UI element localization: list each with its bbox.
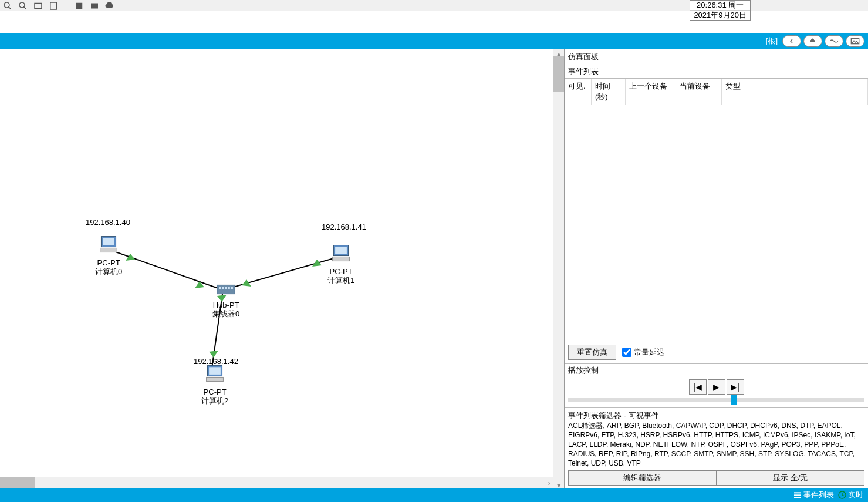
col-curr-device[interactable]: 当前设备 [676, 79, 722, 105]
svg-rect-35 [794, 497, 801, 498]
wave-button[interactable] [825, 35, 843, 47]
svg-line-3 [24, 7, 27, 10]
filter-title: 事件列表筛选器 - 可视事件 [568, 410, 864, 421]
image-button[interactable] [846, 35, 864, 47]
status-bar: 事件列表 实时 [0, 488, 868, 502]
simulation-panel: 仿真面板 事件列表 可见. 时间(秒) 上一个设备 当前设备 类型 重置仿真 常… [564, 49, 868, 488]
svg-rect-4 [35, 4, 42, 9]
filter-section: 事件列表筛选器 - 可视事件 ACL筛选器, ARP, BGP, Bluetoo… [565, 408, 868, 488]
play-button[interactable]: ▶ [708, 379, 725, 395]
svg-rect-31 [228, 287, 230, 289]
horizontal-scrollbar[interactable]: › [0, 477, 553, 488]
back-button[interactable] [782, 35, 801, 47]
svg-rect-22 [335, 247, 347, 254]
edit-filter-button[interactable]: 编辑筛选器 [568, 470, 717, 486]
col-visible[interactable]: 可见. [565, 79, 592, 105]
cloud-add-button[interactable] [803, 35, 822, 47]
svg-rect-25 [209, 367, 221, 375]
svg-rect-28 [219, 287, 221, 289]
cloud-icon[interactable] [104, 1, 115, 10]
svg-rect-32 [231, 287, 233, 289]
svg-rect-34 [794, 494, 801, 496]
playback-section: 播放控制 |◀ ▶ ▶| [565, 364, 868, 408]
svg-rect-29 [222, 287, 224, 289]
svg-rect-23 [333, 257, 350, 261]
svg-rect-33 [794, 492, 801, 493]
pc2-name: 计算机2 [201, 396, 228, 405]
hub-name: 集线器0 [212, 309, 239, 318]
datetime-display: 20:26:31 周一 2021年9月20日 [690, 0, 751, 21]
svg-marker-12 [126, 254, 135, 261]
clock-icon [837, 490, 847, 500]
note-icon[interactable] [48, 1, 59, 10]
device-pc1[interactable]: PC-PT计算机1 [327, 243, 354, 285]
event-table-header: 可见. 时间(秒) 上一个设备 当前设备 类型 [565, 79, 868, 105]
window-icon[interactable] [33, 1, 43, 10]
realtime-label: 实时 [848, 490, 863, 500]
step-back-button[interactable]: |◀ [689, 379, 707, 395]
main-area: 192.168.1.40 192.168.1.41 192.168.1.42 P… [0, 49, 868, 488]
device-hub[interactable]: Hub-PT集线器0 [212, 281, 239, 318]
canvas-wrap: 192.168.1.40 192.168.1.41 192.168.1.42 P… [0, 49, 553, 488]
svg-rect-19 [103, 238, 114, 245]
svg-rect-27 [217, 285, 235, 294]
panel-title: 仿真面板 [565, 49, 868, 65]
list-icon [793, 490, 802, 500]
sim-controls: 重置仿真 常量延迟 [565, 341, 868, 364]
protocol-list: ACL筛选器, ARP, BGP, Bluetooth, CAPWAP, CDP… [568, 421, 864, 468]
pc1-name: 计算机1 [327, 276, 354, 285]
form-icon[interactable] [89, 1, 100, 10]
top-toolbar: 20:26:31 周一 2021年9月20日 [0, 0, 868, 11]
svg-marker-14 [242, 279, 251, 287]
step-forward-button[interactable]: ▶| [727, 379, 744, 395]
vertical-scrollbar[interactable]: ▴ ▾ [553, 49, 564, 488]
ip-label-pc0: 192.168.1.40 [86, 218, 130, 227]
root-label: [根] [766, 36, 778, 46]
list-icon[interactable] [74, 1, 85, 10]
svg-rect-30 [225, 287, 227, 289]
realtime-toggle[interactable]: 实时 [837, 490, 863, 500]
pc2-type: PC-PT [204, 388, 227, 396]
show-all-none-button[interactable]: 显示 全/无 [717, 470, 865, 486]
svg-line-10 [223, 258, 336, 290]
const-delay-checkbox[interactable]: 常量延迟 [622, 347, 664, 358]
date-text: 2021年9月20日 [690, 11, 750, 20]
svg-line-9 [116, 252, 223, 290]
const-delay-label: 常量延迟 [634, 347, 664, 358]
col-prev-device[interactable]: 上一个设备 [626, 79, 676, 105]
time-text: 20:26:31 周一 [690, 1, 750, 11]
context-bar: [根] [0, 33, 868, 49]
pc0-type: PC-PT [97, 258, 120, 267]
pc1-type: PC-PT [330, 267, 353, 276]
svg-line-1 [9, 7, 12, 10]
col-time[interactable]: 时间(秒) [592, 79, 626, 105]
hub-type: Hub-PT [213, 301, 239, 309]
zoom-in-icon[interactable] [2, 1, 13, 10]
reset-sim-button[interactable]: 重置仿真 [568, 345, 616, 360]
topology-canvas[interactable]: 192.168.1.40 192.168.1.41 192.168.1.42 P… [0, 49, 553, 488]
svg-marker-15 [312, 260, 322, 267]
svg-rect-20 [100, 248, 117, 252]
svg-line-38 [842, 495, 844, 496]
col-type[interactable]: 类型 [722, 79, 868, 105]
event-list-toggle[interactable]: 事件列表 [793, 490, 834, 500]
device-pc0[interactable]: PC-PT计算机0 [95, 234, 122, 276]
svg-rect-26 [207, 377, 224, 381]
ip-label-pc1: 192.168.1.41 [322, 223, 366, 231]
event-list-label: 事件列表 [803, 490, 834, 500]
svg-marker-13 [195, 281, 204, 288]
svg-rect-5 [50, 2, 57, 9]
speed-slider[interactable] [568, 398, 864, 402]
event-list-title: 事件列表 [565, 65, 868, 79]
pc0-name: 计算机0 [95, 267, 122, 276]
svg-rect-6 [76, 3, 83, 9]
const-delay-input[interactable] [622, 348, 631, 357]
svg-rect-7 [91, 4, 98, 9]
zoom-out-icon[interactable] [18, 1, 28, 10]
event-table-body [565, 105, 868, 341]
device-pc2[interactable]: PC-PT计算机2 [201, 363, 228, 405]
playback-title: 播放控制 [568, 365, 864, 376]
